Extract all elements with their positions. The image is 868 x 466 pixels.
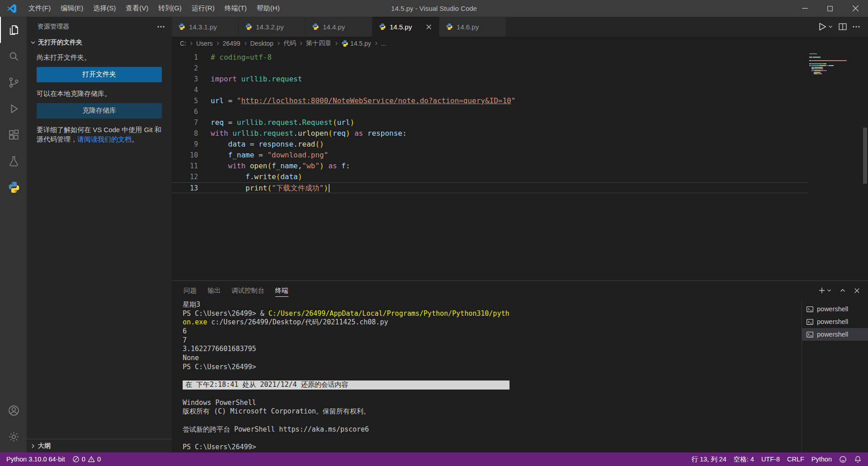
chevron-down-icon[interactable] — [827, 24, 834, 30]
tab-14.6.py[interactable]: 14.6.py — [439, 17, 506, 37]
menu-item[interactable]: 转到(G) — [153, 0, 187, 17]
panel-tab[interactable]: 终端 — [270, 281, 294, 300]
menu-item[interactable]: 帮助(H) — [252, 0, 285, 17]
split-editor-button[interactable] — [838, 22, 847, 31]
status-problems[interactable]: 00 — [69, 452, 104, 466]
terminal-text: 版权所有 (C) Microsoft Corporation。保留所有权利。 — [183, 407, 370, 415]
line-number: 10 — [172, 150, 198, 161]
status-python-version[interactable]: Python 3.10.0 64-bit — [3, 452, 69, 466]
explorer-more-actions-button[interactable] — [156, 22, 165, 31]
clone-repo-button[interactable]: 克隆存储库 — [37, 103, 162, 119]
breadcrumb-item[interactable]: 代码 — [283, 39, 296, 48]
status-indentation[interactable]: 空格: 4 — [730, 452, 758, 466]
code-token: url — [337, 118, 350, 127]
close-panel-button[interactable] — [853, 287, 861, 295]
editor-scrollbar[interactable] — [863, 128, 867, 184]
activity-run-and-debug[interactable] — [0, 95, 27, 122]
new-terminal-button[interactable] — [818, 286, 832, 295]
minimap-token — [820, 72, 821, 73]
code-token: f_name — [272, 162, 298, 170]
activity-bar-top — [0, 17, 27, 200]
terminal-list-item[interactable]: powershell — [802, 315, 868, 328]
breadcrumb-item[interactable]: ... — [381, 40, 387, 47]
code-token — [228, 129, 233, 138]
activity-explorer[interactable] — [0, 17, 27, 43]
minimap-token — [817, 70, 820, 71]
code-token — [211, 172, 245, 181]
section-no-folder[interactable]: 无打开的文件夹 — [27, 36, 172, 49]
code-token: req — [333, 129, 346, 138]
breadcrumb-item[interactable]: 第十四章 — [306, 39, 331, 48]
activity-search[interactable] — [0, 43, 27, 69]
terminal[interactable]: 星期3PS C:\Users\26499> & C:/Users/26499/A… — [172, 300, 802, 452]
vscode-logo-icon — [0, 4, 24, 14]
code-token — [363, 129, 368, 138]
section-outline[interactable]: 大纲 — [27, 439, 172, 452]
status-eol[interactable]: CRLF — [783, 452, 808, 466]
maximize-button[interactable] — [817, 0, 843, 17]
breadcrumb-item[interactable]: 26499 — [223, 40, 241, 47]
panel-tab[interactable]: 调试控制台 — [226, 281, 270, 300]
git-help-text: 要详细了解如何在 VS Code 中使用 Git 和源代码管理，请阅读我们的文档… — [37, 125, 162, 145]
minimap-line — [809, 65, 860, 66]
status-cursor-position[interactable]: 行 13, 列 24 — [688, 452, 730, 466]
status-language-mode[interactable]: Python — [808, 452, 835, 466]
close-button[interactable] — [843, 0, 868, 17]
feedback-button[interactable] — [835, 452, 850, 466]
status-bar-left: Python 3.10.0 64-bit00 — [3, 452, 104, 466]
menu-item[interactable]: 终端(T) — [220, 0, 252, 17]
open-folder-button[interactable]: 打开文件夹 — [37, 67, 162, 82]
breadcrumb-item[interactable]: Users — [196, 40, 213, 47]
code-text — [198, 106, 211, 117]
terminal-list: powershellpowershellpowershell — [802, 300, 868, 452]
panel-tab[interactable]: 输出 — [202, 281, 226, 300]
minimap-line — [809, 57, 860, 57]
line-number: 5 — [172, 95, 198, 106]
terminal-list-item[interactable]: powershell — [802, 328, 868, 341]
minimap-line — [809, 72, 860, 73]
terminal-line — [183, 372, 802, 381]
tab-14.3.1.py[interactable]: 14.3.1.py — [172, 17, 239, 37]
tab-14.5.py[interactable]: 14.5.py — [373, 17, 439, 37]
menu-item[interactable]: 选择(S) — [88, 0, 121, 17]
minimap[interactable] — [809, 53, 860, 75]
chevron-right-icon — [189, 41, 194, 46]
activity-extensions[interactable] — [0, 122, 27, 148]
terminal-list-item[interactable]: powershell — [802, 303, 868, 315]
run-python-file-button[interactable] — [817, 22, 834, 32]
status-encoding[interactable]: UTF-8 — [758, 452, 783, 466]
activity-accounts[interactable] — [0, 397, 27, 423]
line-number: 9 — [172, 139, 198, 150]
notifications-bell-button[interactable] — [850, 452, 865, 466]
terminal-text: 星期3 — [183, 300, 200, 309]
menu-item[interactable]: 查看(V) — [121, 0, 153, 17]
close-icon[interactable] — [425, 23, 433, 31]
activity-testing[interactable] — [0, 148, 27, 174]
docs-link[interactable]: 请阅读我们的文档 — [77, 135, 132, 143]
activity-python[interactable] — [0, 174, 27, 200]
code-line: 8with urllib.request.urlopen(req) as res… — [172, 128, 868, 139]
terminal-text: 3.1622776601683795 — [183, 345, 256, 353]
menu-item[interactable]: 编辑(E) — [56, 0, 88, 17]
activity-source-control[interactable] — [0, 69, 27, 95]
minimize-button[interactable] — [792, 0, 817, 17]
code-token: "download.png" — [267, 151, 328, 159]
activity-manage[interactable] — [0, 423, 27, 450]
more-actions-button[interactable] — [852, 22, 861, 31]
tab-14.4.py[interactable]: 14.4.py — [306, 17, 373, 37]
code-editor[interactable]: 1# coding=utf-823import urllib.request45… — [172, 50, 868, 281]
chevron-down-icon[interactable] — [826, 287, 832, 294]
tab-14.3.2.py[interactable]: 14.3.2.py — [239, 17, 306, 37]
breadcrumb-item[interactable]: Desktop — [250, 40, 274, 47]
code-token: ) — [350, 118, 354, 127]
terminal-line: Windows PowerShell — [183, 399, 802, 408]
breadcrumb-item[interactable]: 14.5.py — [341, 40, 371, 47]
panel-tab[interactable]: 问题 — [178, 281, 202, 300]
breadcrumb-item[interactable]: C: — [180, 40, 186, 47]
menu-item[interactable]: 文件(F) — [24, 0, 56, 17]
breadcrumb-label: Desktop — [250, 40, 274, 47]
menu-item[interactable]: 运行(R) — [187, 0, 220, 17]
breadcrumb: C:Users26499Desktop代码第十四章14.5.py... — [172, 37, 868, 50]
line-number: 1 — [172, 52, 198, 63]
maximize-panel-button[interactable] — [839, 286, 847, 295]
